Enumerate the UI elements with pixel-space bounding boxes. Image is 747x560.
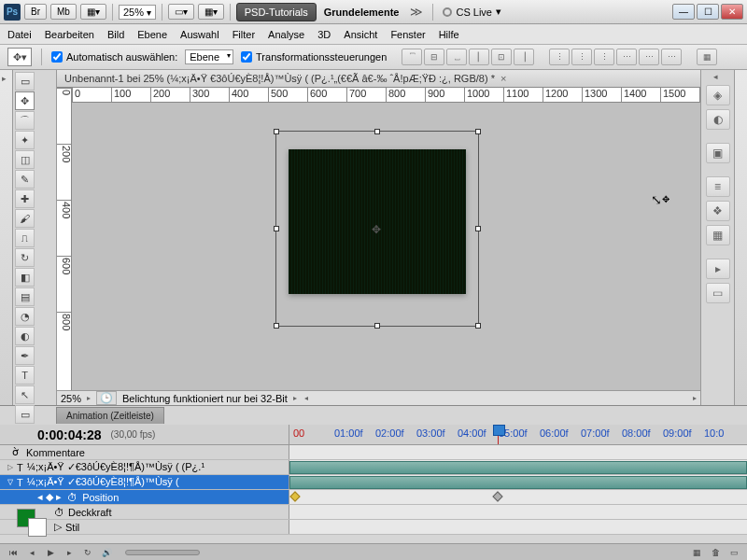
zoom-select[interactable]: 25% ▾ [119, 5, 156, 20]
move-tool[interactable]: ✥ [15, 91, 35, 110]
convert-button[interactable]: ▭ [726, 546, 741, 559]
menu-datei[interactable]: Datei [7, 29, 32, 40]
layers-panel-icon[interactable]: ◈ [706, 85, 730, 105]
close-button[interactable]: ✕ [721, 4, 743, 20]
cslive-button[interactable]: CS Live ▾ [443, 6, 501, 18]
collapse-right-icon[interactable]: ◂ [713, 72, 723, 81]
dist-6-icon[interactable]: ⋯ [661, 49, 682, 65]
ruler-vertical: 0200400600800 [57, 88, 72, 390]
onion-button[interactable]: ▦ [689, 546, 704, 559]
dodge-tool[interactable]: ◐ [15, 327, 35, 345]
close-doc-icon[interactable]: × [500, 73, 506, 84]
heal-tool[interactable]: ✚ [15, 189, 35, 208]
play-button[interactable]: ▶ [43, 546, 58, 559]
menu-bearbeiten[interactable]: Bearbeiten [45, 29, 94, 40]
rewind-button[interactable]: ⏮ [6, 546, 21, 559]
menu-analyse[interactable]: Analyse [268, 29, 304, 40]
next-frame-button[interactable]: ▸ [62, 546, 77, 559]
menu-auswahl[interactable]: Auswahl [180, 29, 219, 40]
playhead[interactable] [498, 425, 499, 444]
align-vmid-icon[interactable]: ⊟ [424, 49, 444, 65]
dist-1-icon[interactable]: ⋮ [549, 49, 570, 65]
track-comments[interactable]: Kommentare [26, 447, 85, 458]
maximize-button[interactable]: ☐ [697, 4, 719, 20]
prev-frame-button[interactable]: ◂ [24, 546, 39, 559]
arrange-button[interactable]: ▭▾ [168, 4, 194, 20]
marquee-tool[interactable]: ▭ [15, 72, 35, 91]
minibridge-button[interactable]: Mb [50, 4, 77, 20]
dist-5-icon[interactable]: ⋯ [639, 49, 659, 65]
history-brush-tool[interactable]: ↻ [15, 248, 35, 267]
animation-tab[interactable]: Animation (Zeitleiste) [56, 407, 164, 424]
document-tab[interactable]: Unbenannt-1 bei 25% (¼;x¡Ä•Ÿ €3ôÚ€yÈ8¦!Å… [57, 70, 700, 88]
align-top-icon[interactable]: ⎴ [402, 49, 422, 65]
align-hmid-icon[interactable]: ⊡ [491, 49, 512, 65]
timecode[interactable]: 0:00:04:28 [37, 427, 102, 442]
stamp-tool[interactable]: ⎍ [15, 229, 35, 247]
menu-ansicht[interactable]: Ansicht [344, 29, 377, 40]
ruler-horizontal: 0100200300400500600700800900100011001200… [72, 88, 700, 103]
status-msg: Belichtung funktioniert nur bei 32-Bit [122, 393, 288, 404]
adjustments-panel-icon[interactable]: ≡ [706, 176, 730, 197]
3d-panel-icon[interactable]: ▣ [706, 143, 730, 163]
align-left-icon[interactable]: ⎢ [469, 49, 489, 65]
dist-4-icon[interactable]: ⋯ [616, 49, 637, 65]
workspace-more[interactable]: ≫ [406, 5, 427, 19]
eyedropper-tool[interactable]: ✎ [15, 170, 35, 189]
fps-label: (30,00 fps) [111, 429, 156, 440]
workspace-psd[interactable]: PSD-Tutorials [236, 3, 317, 21]
menu-hilfe[interactable]: Hilfe [439, 29, 459, 40]
wand-tool[interactable]: ✦ [15, 131, 35, 149]
align-right-icon[interactable]: ⎥ [514, 49, 534, 65]
status-zoom[interactable]: 25% [61, 393, 81, 404]
dist-2-icon[interactable]: ⋮ [571, 49, 592, 65]
audio-button[interactable]: 🔊 [99, 546, 114, 559]
menu-ebene[interactable]: Ebene [137, 29, 167, 40]
actions-panel-icon[interactable]: ▸ [706, 259, 730, 279]
lasso-tool[interactable]: ⌒ [15, 111, 35, 130]
workspace-grund[interactable]: Grundelemente [320, 7, 403, 18]
path-tool[interactable]: ↖ [15, 385, 35, 404]
zoom-slider[interactable] [125, 550, 200, 555]
transform-box[interactable]: ✥ [275, 131, 479, 327]
menubar: Datei Bearbeiten Bild Ebene Auswahl Filt… [0, 24, 747, 45]
styles-panel-icon[interactable]: ❖ [706, 201, 730, 221]
collapse-left-icon[interactable]: ▸ [2, 74, 11, 83]
bridge-button[interactable]: Br [24, 4, 47, 20]
transform-center-icon[interactable]: ✥ [372, 223, 381, 236]
blur-tool[interactable]: ◔ [15, 307, 35, 326]
pen-tool[interactable]: ✒ [15, 346, 35, 365]
menu-fenster[interactable]: Fenster [390, 29, 425, 40]
menu-bild[interactable]: Bild [107, 29, 124, 40]
track-style[interactable]: Stil [65, 522, 79, 533]
track-position[interactable]: Position [82, 492, 119, 503]
layer-select[interactable]: Ebene [185, 49, 233, 64]
menu-3d[interactable]: 3D [317, 29, 331, 40]
delete-button[interactable]: 🗑 [708, 546, 723, 559]
move-tool-indicator[interactable]: ✥▾ [7, 48, 32, 66]
brush-tool[interactable]: 🖌 [15, 209, 35, 228]
auto-select-checkbox[interactable]: Automatisch auswählen: [51, 51, 177, 63]
track-layer2[interactable]: ¼;x¡Ä•Ÿ ✓€3ôÚ€yÈ8¦!¶Å)™Ùsÿ ( [27, 476, 179, 488]
swatches-panel-icon[interactable]: ▦ [706, 225, 730, 245]
channels-panel-icon[interactable]: ◐ [706, 109, 730, 130]
loop-button[interactable]: ↻ [80, 546, 95, 559]
track-layer1[interactable]: ¼;x¡Ä•Ÿ ✓€3ôÚ€yÈ8¦!¶Å)™Ùsÿ ( (P¿.¹ [27, 461, 204, 473]
align-bottom-icon[interactable]: ⎵ [446, 49, 467, 65]
extras-button[interactable]: ▦▾ [198, 4, 224, 20]
history-panel-icon[interactable]: ▭ [706, 283, 730, 303]
canvas[interactable]: ✥ [72, 103, 700, 390]
transform-checkbox[interactable]: Transformationssteuerungen [241, 51, 387, 63]
background-swatch[interactable] [28, 518, 47, 537]
timeline-ruler[interactable]: 00 01:00f 02:00f 03:00f 04:00f 05:00f 06… [289, 425, 747, 444]
gradient-tool[interactable]: ▤ [15, 287, 35, 306]
track-opacity[interactable]: Deckkraft [68, 507, 111, 518]
minimize-button[interactable]: — [672, 4, 695, 20]
auto-align-icon[interactable]: ▦ [697, 49, 717, 65]
crop-tool[interactable]: ◫ [15, 150, 35, 169]
screen-mode-button[interactable]: ▦▾ [80, 4, 106, 20]
dist-3-icon[interactable]: ⋮ [594, 49, 614, 65]
type-tool[interactable]: T [15, 366, 35, 385]
eraser-tool[interactable]: ◧ [15, 268, 35, 287]
menu-filter[interactable]: Filter [233, 29, 255, 40]
